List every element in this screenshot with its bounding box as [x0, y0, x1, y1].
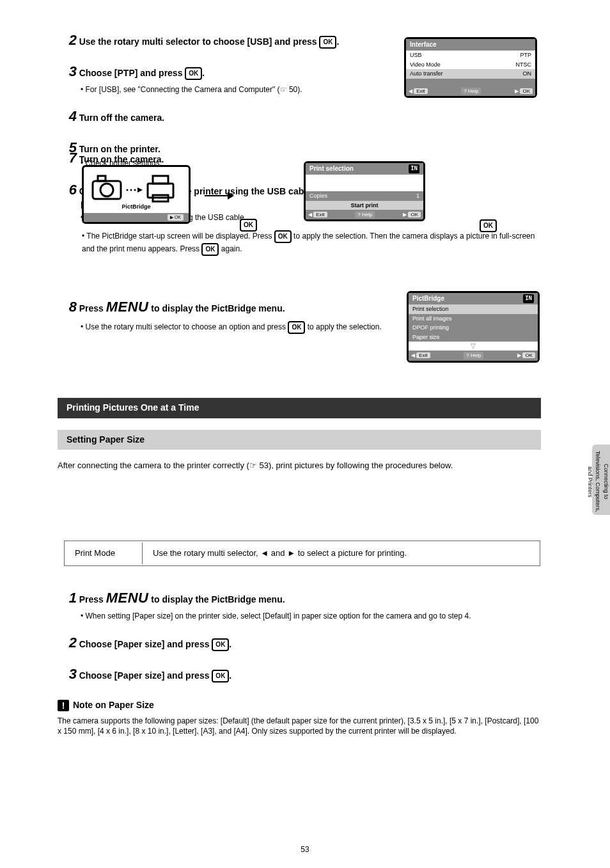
screen-row-bar	[406, 79, 535, 86]
svg-point-3	[127, 189, 129, 191]
screen-title: Print selection	[309, 164, 354, 173]
flow-arrow	[203, 189, 235, 205]
step-number: 1	[58, 588, 77, 608]
step-number: 7	[58, 148, 77, 168]
step-7-text: Turn on the camera.	[79, 154, 164, 164]
step-number: 6	[58, 180, 77, 200]
camera-printer-icon	[91, 172, 181, 204]
step-7-sub: • The PictBridge start-up screen will be…	[82, 230, 542, 256]
chapter-side-tab: Connecting to Televisions, Computers, an…	[592, 445, 610, 515]
screen-footer: ◀ Exit ? Help ▶ OK	[409, 351, 538, 360]
svg-rect-7	[153, 176, 168, 184]
note-body: The camera supports the following paper …	[58, 716, 541, 738]
step-number: 2	[58, 31, 77, 51]
note-block: !Note on Paper Size The camera supports …	[58, 699, 541, 737]
menu-button-icon: MENU	[106, 299, 149, 315]
menu-button-icon: MENU	[106, 590, 149, 606]
ok-icon: OK	[288, 321, 305, 334]
print-selection-screen: Print selection IN Copies1 Start print ◀…	[304, 161, 425, 221]
pictbridge-caption: PictBridge	[84, 203, 189, 211]
warning-icon: !	[58, 700, 69, 711]
menu-row: Paper size	[409, 333, 538, 342]
ok-icon: OK	[240, 219, 257, 232]
bottom-step-3: Choose [Paper size] and press OK.	[79, 670, 232, 681]
step-number: 4	[58, 107, 77, 127]
subsection-heading: Setting Paper Size	[58, 430, 541, 450]
bottom-step-2: Choose [Paper size] and press OK.	[79, 639, 232, 649]
print-mode-table: Print Mode Use the rotary multi selector…	[64, 541, 540, 566]
svg-point-5	[134, 189, 136, 191]
note-heading: Note on Paper Size	[73, 700, 154, 710]
interface-screen: Interface USBPTP Video ModeNTSC Auto tra…	[404, 37, 537, 98]
printing-banner: Printing Pictures One at a Time Setting …	[58, 398, 541, 471]
step-3-text: Choose [PTP] and press OK.	[79, 68, 205, 78]
screen-row: Video ModeNTSC	[406, 60, 535, 70]
ok-icon: OK	[480, 219, 497, 232]
page-number: 53	[301, 844, 309, 855]
step-3-note: • For [USB], see "Connecting the Camera …	[81, 84, 390, 95]
bottom-step-1: Press MENU to display the PictBridge men…	[79, 594, 285, 604]
menu-row: Print selection	[409, 304, 538, 314]
step-8: 8 Press MENU to display the PictBridge m…	[58, 297, 390, 334]
ok-icon: OK	[185, 67, 202, 80]
ok-under-arrow: OK	[240, 219, 257, 232]
step-8-bullet: • Use the rotary multi selector to choos…	[81, 321, 390, 334]
printing-paragraph: After connecting the camera to the print…	[58, 460, 541, 471]
step-number: 2	[58, 633, 77, 653]
in-badge: IN	[409, 164, 419, 173]
menu-row: Print all images	[409, 314, 538, 324]
ok-icon: OK	[212, 638, 229, 651]
svg-point-2	[100, 184, 113, 196]
step-number: 3	[58, 665, 77, 684]
step-4-text: Turn off the camera.	[79, 113, 165, 123]
in-badge: IN	[523, 294, 534, 303]
print-mode-label: Print Mode	[66, 542, 143, 564]
section-heading: Printing Pictures One at a Time	[58, 398, 541, 418]
step-2-text: Use the rotary multi selector to choose …	[79, 36, 340, 47]
screen-row-highlight: Auto transferON	[406, 69, 535, 79]
arrow-right-icon: ►	[287, 548, 295, 558]
step-number: 8	[58, 297, 77, 317]
screen-row: USBPTP	[406, 51, 535, 60]
ok-icon: OK	[319, 36, 336, 49]
ok-aside: OK	[480, 219, 497, 232]
ok-icon: OK	[212, 670, 229, 683]
screen-title: Interface	[406, 39, 535, 51]
pictbridge-menu-screen: PictBridge IN Print selection Print all …	[407, 291, 540, 363]
bottom-steps: 1 Press MENU to display the PictBridge m…	[58, 588, 541, 684]
screen-footer: ◀ Exit ? Help ▶ OK	[306, 210, 423, 219]
screen-title: PictBridge	[412, 294, 444, 303]
start-print-row: Start print	[306, 201, 423, 210]
arrow-left-icon: ◄	[260, 548, 269, 558]
screen-row: Copies1	[306, 191, 423, 201]
ok-icon: OK	[201, 243, 219, 256]
step-number: 3	[58, 62, 77, 82]
step-8-text: Press MENU to display the PictBridge men…	[79, 303, 285, 313]
print-mode-desc: Use the rotary multi selector, ◄ and ► t…	[144, 542, 538, 564]
svg-rect-1	[98, 176, 106, 181]
bottom-step-1-sub: • When setting [Paper size] on the print…	[81, 611, 541, 622]
screen-footer: ◀ Exit ? Help ▶ OK	[406, 86, 535, 96]
pictbridge-start-screen: PictBridge ▶ OK	[82, 165, 191, 224]
ok-icon: OK	[274, 230, 292, 243]
menu-row: DPOF printing	[409, 323, 538, 333]
svg-point-4	[130, 189, 132, 191]
